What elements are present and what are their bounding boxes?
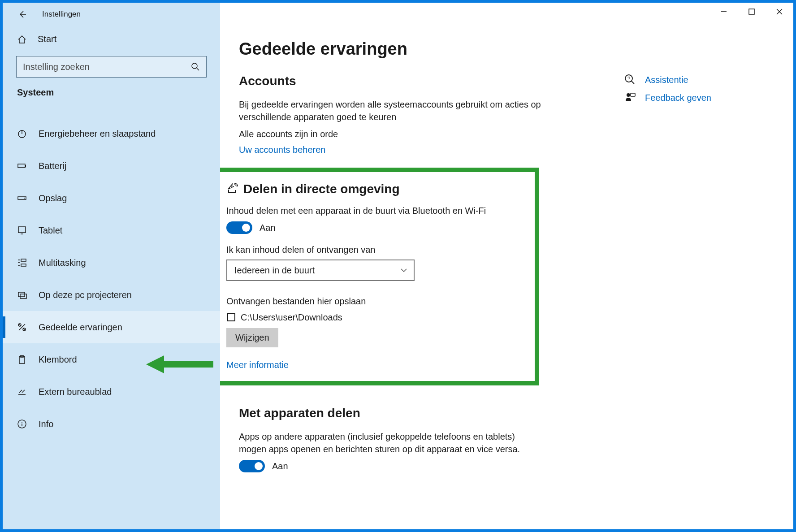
sidebar-item-project[interactable]: Op deze pc projecteren bbox=[3, 279, 220, 311]
home-icon bbox=[17, 35, 27, 44]
share-from-dropdown[interactable]: Iedereen in de buurt bbox=[226, 260, 415, 281]
clipboard-icon bbox=[17, 355, 27, 364]
svg-point-14 bbox=[22, 422, 22, 423]
sidebar-item-remote-desktop[interactable]: Extern bureaublad bbox=[3, 376, 220, 408]
share-icon bbox=[226, 182, 239, 195]
remote-desktop-icon bbox=[17, 387, 27, 397]
svg-point-5 bbox=[24, 198, 25, 199]
sidebar-item-label: Energiebeheer en slaapstand bbox=[39, 129, 156, 139]
feedback-label: Feedback geven bbox=[645, 93, 711, 103]
accounts-status: Alle accounts zijn in orde bbox=[239, 128, 544, 140]
cross-device-toggle[interactable] bbox=[239, 460, 265, 472]
help-label: Assistentie bbox=[645, 75, 688, 85]
sidebar-item-power[interactable]: Energiebeheer en slaapstand bbox=[3, 117, 220, 150]
titlebar: Instellingen bbox=[3, 3, 220, 26]
feedback-icon bbox=[624, 92, 636, 104]
save-path-row: C:\Users\user\Downloads bbox=[226, 311, 525, 324]
close-button[interactable] bbox=[766, 3, 793, 21]
project-icon bbox=[17, 290, 27, 300]
storage-icon bbox=[17, 193, 27, 203]
help-icon: ? bbox=[624, 74, 636, 86]
sidebar-item-label: Multitasking bbox=[39, 258, 86, 268]
shared-icon bbox=[17, 322, 27, 332]
nearby-heading-row: Delen in directe omgeving bbox=[226, 182, 525, 196]
sidebar-item-label: Tablet bbox=[39, 225, 62, 236]
accounts-heading: Accounts bbox=[239, 74, 544, 88]
nearby-heading: Delen in directe omgeving bbox=[243, 182, 400, 196]
sidebar-item-label: Extern bureaublad bbox=[39, 387, 112, 397]
sidebar-item-label: Klembord bbox=[39, 355, 77, 365]
svg-rect-15 bbox=[749, 9, 754, 14]
aside-column: ? Assistentie Feedback geven bbox=[624, 74, 711, 483]
accounts-desc: Bij gedeelde ervaringen worden alle syst… bbox=[239, 98, 544, 123]
dropdown-value: Iedereen in de buurt bbox=[234, 265, 315, 276]
nearby-sharing-annotation-box: Delen in directe omgeving Inhoud delen m… bbox=[220, 168, 539, 385]
cross-device-desc: Apps op andere apparaten (inclusief geko… bbox=[239, 430, 544, 455]
sidebar-home-label: Start bbox=[38, 34, 56, 44]
svg-point-0 bbox=[192, 63, 197, 69]
sidebar-home[interactable]: Start bbox=[3, 26, 220, 52]
content-row: Accounts Bij gedeelde ervaringen worden … bbox=[239, 74, 793, 483]
change-button[interactable]: Wijzigen bbox=[226, 328, 278, 347]
sidebar-item-about[interactable]: Info bbox=[3, 408, 220, 440]
svg-rect-20 bbox=[631, 93, 635, 96]
svg-rect-6 bbox=[18, 227, 26, 233]
save-path: C:\Users\user\Downloads bbox=[241, 311, 342, 324]
nearby-toggle-row: Aan bbox=[226, 221, 525, 234]
nav-list: Energiebeheer en slaapstand Batterij Ops… bbox=[3, 104, 220, 529]
sidebar-item-battery[interactable]: Batterij bbox=[3, 150, 220, 182]
sidebar-item-clipboard[interactable]: Klembord bbox=[3, 343, 220, 376]
share-from-label: Ik kan inhoud delen of ontvangen van bbox=[226, 245, 525, 255]
sidebar-item-label: Opslag bbox=[39, 193, 67, 203]
back-button[interactable] bbox=[13, 5, 31, 23]
main-content: Gedeelde ervaringen Accounts Bij gedeeld… bbox=[220, 3, 793, 529]
sidebar-item-label: Gedeelde ervaringen bbox=[39, 322, 122, 333]
cross-device-toggle-label: Aan bbox=[272, 461, 288, 471]
manage-accounts-link[interactable]: Uw accounts beheren bbox=[239, 145, 325, 155]
nearby-toggle-label: Aan bbox=[260, 223, 276, 233]
window-controls bbox=[710, 3, 793, 21]
content-column: Accounts Bij gedeelde ervaringen worden … bbox=[239, 74, 544, 483]
svg-rect-8 bbox=[20, 294, 26, 298]
search-input[interactable] bbox=[23, 62, 191, 72]
sidebar-item-label: Op deze pc projecteren bbox=[39, 290, 132, 300]
svg-rect-2 bbox=[18, 164, 25, 168]
app-title: Instellingen bbox=[42, 10, 81, 19]
sidebar-item-storage[interactable]: Opslag bbox=[3, 182, 220, 214]
more-info-link[interactable]: Meer informatie bbox=[226, 360, 289, 370]
sidebar-item-multitasking[interactable]: Multitasking bbox=[3, 247, 220, 279]
settings-window: Instellingen Start Systeem Energiebeheer bbox=[3, 3, 793, 529]
folder-icon bbox=[226, 312, 236, 322]
feedback-link[interactable]: Feedback geven bbox=[624, 92, 711, 104]
multitasking-icon bbox=[17, 258, 27, 268]
search-icon bbox=[191, 62, 200, 71]
arrow-left-icon bbox=[18, 10, 27, 19]
sidebar-item-shared-experiences[interactable]: Gedeelde ervaringen bbox=[3, 311, 220, 343]
sidebar-category: Systeem bbox=[3, 87, 220, 104]
svg-rect-16 bbox=[228, 314, 235, 321]
nearby-toggle[interactable] bbox=[226, 221, 252, 234]
sidebar-item-tablet[interactable]: Tablet bbox=[3, 214, 220, 247]
search-box[interactable] bbox=[16, 56, 207, 78]
sidebar-item-label: Batterij bbox=[39, 161, 66, 171]
cross-device-toggle-row: Aan bbox=[239, 460, 544, 472]
sidebar: Instellingen Start Systeem Energiebeheer bbox=[3, 3, 220, 529]
svg-point-19 bbox=[627, 93, 630, 97]
generic-icon bbox=[17, 104, 27, 113]
battery-icon bbox=[17, 161, 27, 171]
cross-device-heading: Met apparaten delen bbox=[239, 406, 544, 420]
info-icon bbox=[17, 419, 27, 429]
maximize-icon bbox=[748, 9, 755, 15]
nearby-desc: Inhoud delen met een apparaat in de buur… bbox=[226, 204, 525, 217]
sidebar-item-truncated[interactable] bbox=[3, 104, 220, 117]
tablet-icon bbox=[17, 225, 27, 235]
svg-rect-3 bbox=[25, 165, 26, 167]
svg-rect-7 bbox=[18, 292, 25, 297]
maximize-button[interactable] bbox=[738, 3, 766, 21]
save-to-label: Ontvangen bestanden hier opslaan bbox=[226, 296, 525, 307]
minimize-icon bbox=[721, 9, 727, 15]
minimize-button[interactable] bbox=[710, 3, 738, 21]
help-link[interactable]: ? Assistentie bbox=[624, 74, 711, 86]
chevron-down-icon bbox=[400, 267, 407, 274]
close-icon bbox=[776, 9, 783, 15]
